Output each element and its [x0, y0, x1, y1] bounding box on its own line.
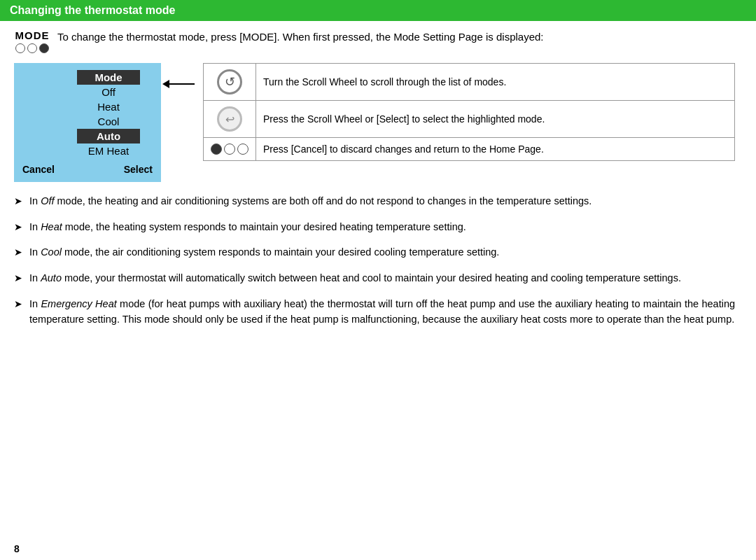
mode-header-row: Mode: [77, 70, 140, 85]
bullet-auto: ➤ In Auto mode, your thermostat will aut…: [14, 270, 735, 286]
scroll-press-icon: ↩: [217, 106, 242, 132]
bullet-arrow-3: ➤: [14, 245, 22, 260]
instruction-text-3: Press [Cancel] to discard changes and re…: [256, 138, 735, 161]
page-number-area: 8: [0, 538, 756, 560]
thermostat-screen: Mode Off Heat Cool Auto EM Heat Cancel S…: [14, 63, 161, 182]
mode-column: Mode Off Heat Cool Auto EM Heat: [56, 70, 161, 158]
select-label: Select: [124, 164, 153, 175]
mode-auto: Auto: [77, 129, 140, 144]
section-title: Changing the thermostat mode: [10, 4, 175, 16]
mode-em-heat: EM Heat: [77, 144, 140, 158]
instruction-text-1: Turn the Scroll Wheel to scroll through …: [256, 64, 735, 101]
mode-label: MODE: [15, 29, 50, 41]
content-area: MODE To change the thermostat mode, pres…: [0, 21, 756, 538]
bullet-text-auto: In Auto mode, your thermostat will autom…: [29, 270, 735, 286]
instruction-row-2: ↩ Press the Scroll Wheel or [Select] to …: [204, 101, 735, 138]
mode-cool: Cool: [77, 114, 140, 129]
bullet-text-cool: In Cool mode, the air conditioning syste…: [29, 244, 735, 260]
section-header: Changing the thermostat mode: [0, 0, 756, 21]
scroll-press-icon-cell: ↩: [204, 101, 256, 138]
bullet-text-heat: In Heat mode, the heating system respond…: [29, 219, 735, 234]
cancel-circle-filled: [211, 144, 222, 155]
cancel-circle-2: [224, 144, 235, 155]
cancel-label: Cancel: [22, 164, 55, 175]
mode-intro-row: MODE To change the thermostat mode, pres…: [14, 29, 735, 53]
bullet-arrow-2: ➤: [14, 220, 22, 235]
scroll-rotate-icon-cell: ↺: [204, 64, 256, 101]
bullet-arrow-1: ➤: [14, 194, 22, 209]
bullet-text-off: In Off mode, the heating and air conditi…: [29, 193, 735, 209]
instruction-row-3: Press [Cancel] to discard changes and re…: [204, 138, 735, 161]
instruction-text-2: Press the Scroll Wheel or [Select] to se…: [256, 101, 735, 138]
bullet-off: ➤ In Off mode, the heating and air condi…: [14, 193, 735, 209]
bullet-text-em-heat: In Emergency Heat mode (for heat pumps w…: [29, 296, 735, 328]
bullet-list: ➤ In Off mode, the heating and air condi…: [14, 193, 735, 328]
bottom-bar: Cancel Select: [14, 161, 161, 178]
mode-label-block: MODE: [14, 29, 50, 53]
bullet-cool: ➤ In Cool mode, the air conditioning sys…: [14, 244, 735, 260]
scroll-rotate-icon: ↺: [217, 69, 242, 94]
instruction-row-1: ↺ Turn the Scroll Wheel to scroll throug…: [204, 64, 735, 101]
cancel-icon-cell: [204, 138, 256, 161]
intro-text: To change the thermostat mode, press [MO…: [57, 29, 735, 46]
svg-marker-1: [162, 80, 169, 88]
instructions-table: ↺ Turn the Scroll Wheel to scroll throug…: [203, 63, 735, 161]
bullet-arrow-5: ➤: [14, 297, 22, 312]
page-wrapper: Changing the thermostat mode MODE To cha…: [0, 0, 756, 560]
cancel-icon: [211, 144, 248, 155]
circle-1: [15, 43, 25, 53]
page-number: 8: [14, 543, 20, 554]
circle-2: [27, 43, 37, 53]
bullet-arrow-4: ➤: [14, 271, 22, 286]
diagram-row: Mode Off Heat Cool Auto EM Heat Cancel S…: [14, 63, 735, 182]
mode-heat: Heat: [77, 99, 140, 114]
bullet-em-heat: ➤ In Emergency Heat mode (for heat pumps…: [14, 296, 735, 328]
circle-3: [39, 43, 49, 53]
arrow-container: [161, 76, 196, 94]
mode-off: Off: [77, 85, 140, 99]
cancel-circle-3: [237, 144, 248, 155]
bullet-heat: ➤ In Heat mode, the heating system respo…: [14, 219, 735, 235]
mode-circles: [15, 43, 49, 53]
